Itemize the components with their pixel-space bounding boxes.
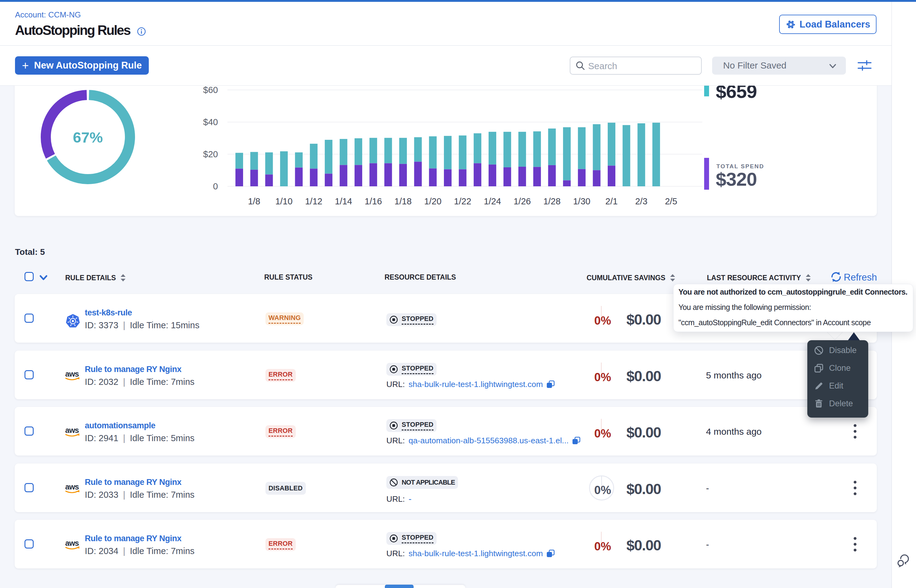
- svg-text:1/18: 1/18: [394, 196, 411, 206]
- svg-text:1/14: 1/14: [335, 196, 352, 206]
- svg-text:2/3: 2/3: [635, 196, 647, 206]
- svg-text:aws: aws: [65, 483, 79, 491]
- svg-text:67%: 67%: [73, 129, 103, 145]
- svg-text:1/26: 1/26: [513, 196, 531, 206]
- svg-text:2/5: 2/5: [665, 196, 677, 206]
- svg-text:$60: $60: [203, 86, 218, 95]
- svg-text:2/1: 2/1: [605, 196, 618, 206]
- svg-text:1/22: 1/22: [454, 196, 471, 206]
- svg-text:0: 0: [213, 181, 218, 191]
- svg-text:$20: $20: [203, 149, 218, 159]
- svg-text:1/8: 1/8: [248, 196, 260, 206]
- svg-text:1/10: 1/10: [275, 196, 292, 206]
- svg-text:aws: aws: [65, 540, 79, 547]
- svg-text:1/24: 1/24: [484, 196, 501, 206]
- svg-text:1/16: 1/16: [365, 196, 382, 206]
- svg-text:1/12: 1/12: [305, 196, 322, 206]
- svg-text:aws: aws: [65, 370, 79, 378]
- svg-text:1/30: 1/30: [573, 196, 590, 206]
- svg-text:1/20: 1/20: [424, 196, 442, 206]
- svg-text:$40: $40: [203, 117, 218, 127]
- svg-text:1/28: 1/28: [544, 196, 560, 206]
- svg-text:aws: aws: [65, 426, 79, 435]
